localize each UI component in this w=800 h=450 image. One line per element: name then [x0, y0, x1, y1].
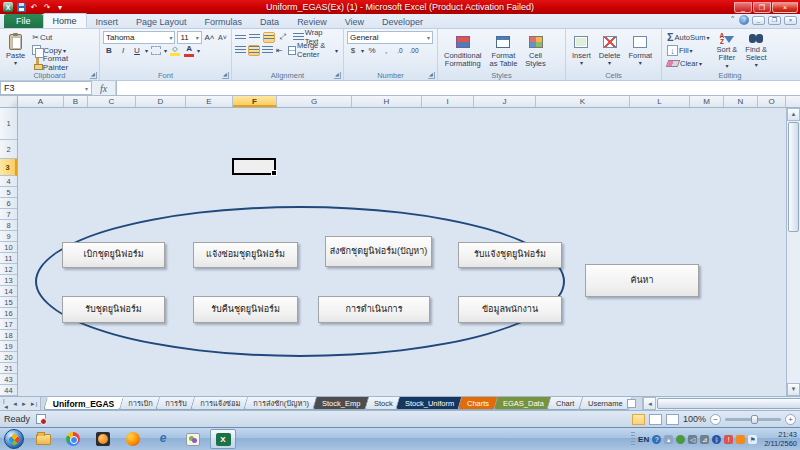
column-header-n[interactable]: N	[724, 96, 758, 107]
format-cells-button[interactable]: Format▾	[625, 31, 655, 70]
menu-button-row1-4[interactable]: รับแจ้งชุดยูนิฟอร์ม	[458, 242, 562, 268]
clipboard-dialog-launcher[interactable]: ◢	[90, 72, 97, 79]
conditional-formatting-button[interactable]: ConditionalFormatting	[441, 31, 485, 70]
sheet-tab-stock-emp[interactable]: Stock_Emp	[312, 397, 370, 410]
menu-button-row2-3[interactable]: การดำเนินการ	[318, 296, 430, 323]
name-box[interactable]: F3▾	[0, 81, 92, 95]
taskbar-app-media-player[interactable]	[90, 429, 116, 449]
row-header-9[interactable]: 9	[0, 231, 17, 242]
select-all-corner[interactable]	[0, 96, 18, 107]
insert-cells-button[interactable]: Insert▾	[569, 31, 594, 70]
row-header-19[interactable]: 19	[0, 341, 17, 352]
row-header-16[interactable]: 16	[0, 308, 17, 319]
sheet-tab-การส่งซัก-ปัญหา-[interactable]: การส่งซัก(ปัญหา)	[243, 397, 319, 410]
scroll-up-icon[interactable]: ▲	[787, 108, 800, 121]
column-header-o[interactable]: O	[758, 96, 786, 107]
column-header-e[interactable]: E	[186, 96, 233, 107]
help-icon[interactable]: ?	[739, 15, 749, 25]
workbook-close-button[interactable]: ×	[784, 16, 797, 25]
taskbar-app-firefox[interactable]	[120, 429, 146, 449]
tray-update-icon[interactable]	[736, 435, 745, 444]
row-header-18[interactable]: 18	[0, 330, 17, 341]
language-indicator[interactable]: EN	[638, 435, 649, 444]
row-header-17[interactable]: 17	[0, 319, 17, 330]
row-header-21[interactable]: 21	[0, 363, 17, 374]
row-header-6[interactable]: 6	[0, 198, 17, 209]
bold-button[interactable]: B	[103, 45, 115, 56]
prev-sheet-icon[interactable]: ◄	[11, 401, 19, 407]
tray-action-center-flag-icon[interactable]: ⚑	[748, 435, 757, 444]
horizontal-scrollbar[interactable]: ◄ ►	[642, 397, 800, 410]
zoom-slider[interactable]	[725, 418, 781, 421]
sheet-tab-egas-data[interactable]: EGAS_Data	[493, 397, 554, 410]
minimize-button[interactable]: _	[734, 2, 752, 13]
menu-button-row1-3[interactable]: ส่งซักชุดยูนิฟอร์ม(ปัญหา)	[325, 236, 432, 267]
menu-button-row2-2[interactable]: รับคืนชุดยูนิฟอร์ม	[193, 296, 298, 323]
row-header-14[interactable]: 14	[0, 286, 17, 297]
merge-center-button[interactable]: Merge & Center▾	[286, 44, 340, 56]
clear-button[interactable]: Clear▾	[665, 57, 711, 69]
font-color-icon[interactable]: A	[183, 45, 195, 56]
ribbon-tab-home[interactable]: Home	[43, 13, 87, 28]
row-header-20[interactable]: 20	[0, 352, 17, 363]
row-header-1[interactable]: 1	[0, 108, 17, 140]
row-header-5[interactable]: 5	[0, 187, 17, 198]
column-header-m[interactable]: M	[690, 96, 724, 107]
increase-decimal-icon[interactable]: .0	[394, 45, 406, 56]
zoom-out-icon[interactable]: −	[710, 414, 721, 425]
column-header-d[interactable]: D	[136, 96, 186, 107]
align-center-icon[interactable]	[248, 45, 260, 56]
comma-style-icon[interactable]: ,	[380, 45, 392, 56]
row-header-44[interactable]: 44	[0, 385, 17, 396]
zoom-in-icon[interactable]: +	[785, 414, 796, 425]
ribbon-tab-view[interactable]: View	[336, 15, 373, 28]
undo-icon[interactable]: ↶	[29, 2, 39, 12]
taskbar-app-explorer[interactable]	[30, 429, 56, 449]
ribbon-tab-formulas[interactable]: Formulas	[196, 15, 252, 28]
scroll-left-icon[interactable]: ◄	[643, 397, 656, 410]
workbook-restore-button[interactable]: ❐	[768, 16, 781, 25]
first-sheet-icon[interactable]: |◄	[2, 398, 10, 410]
vertical-scroll-thumb[interactable]	[788, 122, 799, 232]
sheet-tab-การแจ้งซ่อม[interactable]: การแจ้งซ่อม	[190, 397, 250, 410]
minimize-ribbon-icon[interactable]: ⌃	[729, 15, 736, 25]
menu-button-row1-1[interactable]: เบิกชุดยูนิฟอร์ม	[62, 242, 165, 268]
ribbon-tab-developer[interactable]: Developer	[373, 15, 432, 28]
page-break-view-icon[interactable]	[666, 414, 679, 425]
percent-style-icon[interactable]: %	[366, 45, 378, 56]
zoom-slider-thumb[interactable]	[751, 415, 758, 424]
tray-network-icon[interactable]: ⊿	[700, 435, 709, 444]
sort-filter-button[interactable]: AZ Sort &Filter▾	[713, 31, 740, 70]
workbook-minimize-button[interactable]: _	[752, 16, 765, 25]
zoom-level[interactable]: 100%	[683, 414, 706, 424]
column-header-h[interactable]: H	[352, 96, 422, 107]
column-header-l[interactable]: L	[630, 96, 690, 107]
column-header-c[interactable]: C	[88, 96, 136, 107]
taskbar-clock[interactable]: 21:43 2/11/2560	[760, 430, 797, 448]
row-header-4[interactable]: 4	[0, 176, 17, 187]
insert-function-icon[interactable]: fx	[92, 81, 116, 95]
last-sheet-icon[interactable]: ►|	[29, 401, 39, 407]
align-left-icon[interactable]	[235, 45, 246, 56]
row-header-7[interactable]: 7	[0, 209, 17, 220]
ribbon-tab-data[interactable]: Data	[251, 15, 288, 28]
sheet-tab-username[interactable]: Username	[578, 397, 632, 410]
taskbar-app-chrome[interactable]	[60, 429, 86, 449]
sheet-tab-stock-uniform[interactable]: Stock_Uniform	[395, 397, 464, 410]
row-header-43[interactable]: 43	[0, 374, 17, 385]
close-button[interactable]: ×	[772, 2, 798, 13]
italic-button[interactable]: I	[117, 45, 129, 56]
column-header-f[interactable]: F	[233, 96, 277, 107]
tray-security-shield-icon[interactable]	[676, 435, 685, 444]
search-button[interactable]: ค้นหา	[585, 264, 699, 297]
number-format-combo[interactable]: General▾	[347, 31, 433, 44]
column-header-g[interactable]: G	[277, 96, 352, 107]
sheet-canvas[interactable]: เบิกชุดยูนิฟอร์มแจ้งซ่อมชุดยูนิฟอร์มส่งซ…	[18, 108, 786, 396]
align-top-icon[interactable]	[235, 32, 247, 43]
column-header-b[interactable]: B	[64, 96, 88, 107]
row-header-8[interactable]: 8	[0, 220, 17, 231]
tray-alert-icon[interactable]: !	[724, 435, 733, 444]
taskbar-app-internet-explorer[interactable]: e	[150, 429, 176, 449]
row-header-13[interactable]: 13	[0, 275, 17, 286]
excel-app-icon[interactable]: X	[3, 2, 13, 12]
